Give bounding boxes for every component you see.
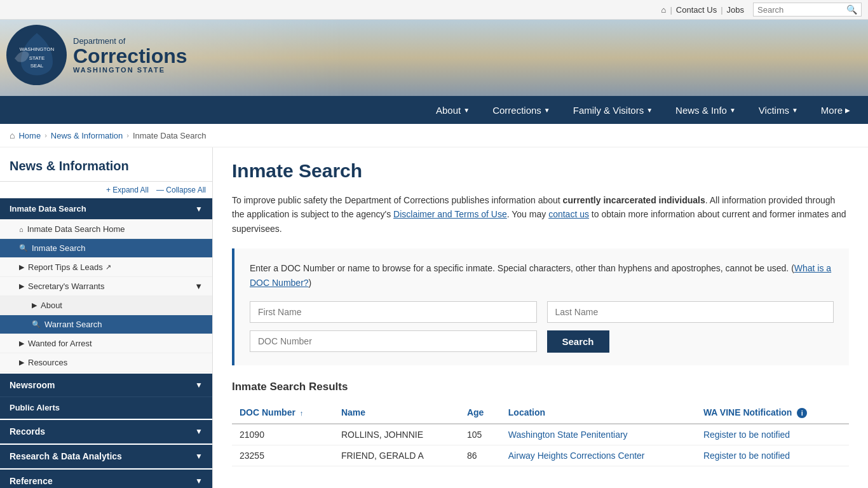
top-search-wrap: 🔍 xyxy=(753,3,862,17)
breadcrumb-news-link[interactable]: News & Information xyxy=(51,131,123,140)
main-nav: About ▼ Corrections ▼ Family & Visitors … xyxy=(0,96,868,124)
sidebar-sub-warrant-search[interactable]: 🔍 Warrant Search xyxy=(0,315,212,334)
report-tips-icon: ▶ xyxy=(19,263,24,271)
breadcrumb-sep1: › xyxy=(44,132,47,139)
first-name-input[interactable] xyxy=(250,301,537,323)
logo-text: Department of Corrections WASHINGTON STA… xyxy=(73,36,187,74)
doc-number-input[interactable] xyxy=(250,330,537,352)
logo-svg: WASHINGTON STATE SEAL xyxy=(8,27,65,84)
nav-about[interactable]: About ▼ xyxy=(424,96,481,124)
nav-family-arrow: ▼ xyxy=(646,107,653,114)
sidebar-sub-inmate-home-label: Inmate Data Search Home xyxy=(27,224,125,234)
intro-text-before: To improve public safety the Department … xyxy=(232,195,563,205)
vine-link-1[interactable]: Register to be notified xyxy=(703,451,790,461)
sidebar-item-reference[interactable]: Reference ▼ xyxy=(0,470,212,488)
home-icon[interactable]: ⌂ xyxy=(661,5,667,15)
sidebar-sub-inmate-home[interactable]: ⌂ Inmate Data Search Home xyxy=(0,220,212,239)
nav-news-info[interactable]: News & Info ▼ xyxy=(664,96,747,124)
cell-name-1: FRIEND, GERALD A xyxy=(334,445,459,466)
sidebar-item-records[interactable]: Records ▼ xyxy=(0,420,212,444)
top-search-input[interactable] xyxy=(757,5,846,15)
search-desc-pre: Enter a DOC Number or name to browse for… xyxy=(250,263,794,273)
nav-about-arrow: ▼ xyxy=(463,107,470,114)
public-alerts-label: Public Alerts xyxy=(10,403,60,412)
sidebar-item-newsroom[interactable]: Newsroom ▼ xyxy=(0,374,212,397)
results-table: DOC Number ↑ Name Age Locati xyxy=(232,402,849,466)
nav-more-arrow: ▶ xyxy=(845,107,850,114)
collapse-all-link[interactable]: — Collapse All xyxy=(156,186,206,194)
main-content: Inmate Search To improve public safety t… xyxy=(213,147,868,488)
warrants-chevron: ▼ xyxy=(194,281,203,291)
sort-arrow-doc: ↑ xyxy=(300,409,304,417)
table-row: 23255 FRIEND, GERALD A 86 Airway Heights… xyxy=(232,445,849,466)
top-search-button[interactable]: 🔍 xyxy=(846,4,857,15)
cell-name-0: ROLLINS, JOHNNIE xyxy=(334,424,459,445)
chevron-inmate: ▼ xyxy=(195,205,203,214)
newsroom-label: Newsroom xyxy=(10,380,55,390)
sidebar-sub-warrants-about[interactable]: ▶ About xyxy=(0,296,212,315)
home-sub-icon: ⌂ xyxy=(19,226,24,233)
sidebar-item-inmate-data-search[interactable]: Inmate Data Search ▼ xyxy=(0,198,212,220)
logo-circle: WASHINGTON STATE SEAL xyxy=(6,25,67,85)
sort-location-link[interactable]: Location xyxy=(508,407,545,417)
cell-doc-1: 23255 xyxy=(232,445,334,466)
col-doc-number-label: DOC Number xyxy=(240,407,295,417)
nav-victims[interactable]: Victims ▼ xyxy=(747,96,810,124)
sidebar-sub-wanted[interactable]: ▶ Wanted for Arrest xyxy=(0,334,212,353)
main-layout: News & Information + Expand All — Collap… xyxy=(0,147,868,488)
cell-age-1: 86 xyxy=(459,445,501,466)
sidebar-sub-inmate-search[interactable]: 🔍 Inmate Search xyxy=(0,239,212,258)
location-link-1[interactable]: Airway Heights Corrections Center xyxy=(508,451,645,461)
header-area: WASHINGTON STATE SEAL Department of Corr… xyxy=(0,20,868,96)
location-link-0[interactable]: Washington State Penitentiary xyxy=(508,430,628,440)
disclaimer-link[interactable]: Disclaimer and Terms of Use xyxy=(393,209,507,219)
breadcrumb-home-link[interactable]: Home xyxy=(18,131,41,140)
results-tbody: 21090 ROLLINS, JOHNNIE 105 Washington St… xyxy=(232,424,849,466)
newsroom-chevron: ▼ xyxy=(195,381,203,390)
jobs-link[interactable]: Jobs xyxy=(727,5,744,15)
search-description: Enter a DOC Number or name to browse for… xyxy=(250,261,834,290)
sort-name-link[interactable]: Name xyxy=(341,407,365,417)
sidebar-sub-resources[interactable]: ▶ Resources xyxy=(0,353,212,372)
sidebar-sub-warrants[interactable]: ▶ Secretary's Warrants ▼ xyxy=(0,277,212,296)
vine-info-icon[interactable]: i xyxy=(797,408,807,418)
col-name[interactable]: Name xyxy=(334,402,459,424)
separator2: | xyxy=(721,5,722,15)
contact-us-link[interactable]: Contact Us xyxy=(676,5,717,15)
col-doc-number[interactable]: DOC Number ↑ xyxy=(232,402,334,424)
search-form-box: Enter a DOC Number or name to browse for… xyxy=(232,248,849,365)
svg-text:SEAL: SEAL xyxy=(30,63,43,69)
sidebar-item-research[interactable]: Research & Data Analytics ▼ xyxy=(0,445,212,468)
nav-victims-arrow: ▼ xyxy=(792,107,798,114)
breadcrumb-home-icon: ⌂ xyxy=(10,130,15,140)
sidebar-title: News & Information xyxy=(0,147,212,182)
nav-more[interactable]: More ▶ xyxy=(810,96,862,124)
col-location-label: Location xyxy=(508,407,545,417)
nav-family-visitors[interactable]: Family & Visitors ▼ xyxy=(562,96,664,124)
search-desc-post: ) xyxy=(309,278,312,288)
research-label: Research & Data Analytics xyxy=(10,451,122,461)
col-name-label: Name xyxy=(341,407,365,417)
vine-link-0[interactable]: Register to be notified xyxy=(703,430,790,440)
search-button[interactable]: Search xyxy=(547,330,609,353)
records-chevron: ▼ xyxy=(195,427,203,436)
reference-chevron: ▼ xyxy=(195,477,203,485)
external-icon: ↗ xyxy=(105,263,111,271)
nav-corrections[interactable]: Corrections ▼ xyxy=(481,96,562,124)
col-vine: WA VINE Notification i xyxy=(696,402,849,424)
svg-text:WASHINGTON: WASHINGTON xyxy=(19,46,54,52)
sidebar-sub-inmate-search-label: Inmate Search xyxy=(32,243,86,253)
sidebar-item-public-alerts[interactable]: Public Alerts xyxy=(0,397,212,419)
name-search-row xyxy=(250,301,834,323)
sidebar-sub-report-tips[interactable]: ▶ Report Tips & Leads ↗ xyxy=(0,258,212,277)
breadcrumb-current: Inmate Data Search xyxy=(133,131,207,140)
warrant-search-icon: 🔍 xyxy=(32,320,41,329)
wanted-icon: ▶ xyxy=(19,339,24,348)
sidebar-sub-wanted-label: Wanted for Arrest xyxy=(28,339,92,348)
top-bar: ⌂ | Contact Us | Jobs 🔍 xyxy=(0,0,868,20)
expand-all-link[interactable]: + Expand All xyxy=(106,186,149,194)
last-name-input[interactable] xyxy=(547,301,834,323)
sort-doc-number-link[interactable]: DOC Number ↑ xyxy=(240,407,303,417)
contact-us-main-link[interactable]: contact us xyxy=(548,209,589,219)
col-location[interactable]: Location xyxy=(501,402,696,424)
